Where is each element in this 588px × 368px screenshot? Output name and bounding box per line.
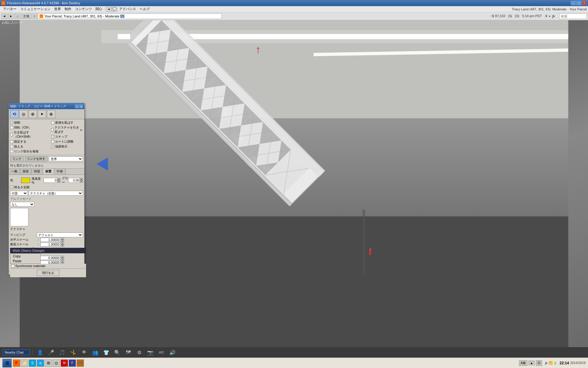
checkbox-sync[interactable] bbox=[11, 265, 14, 268]
checkbox-stretch[interactable] bbox=[10, 133, 13, 136]
copy-menu-item[interactable]: Copy bbox=[10, 254, 40, 259]
menu-advance[interactable]: アドバンス bbox=[117, 6, 138, 12]
glow-up[interactable]: ▲ bbox=[80, 178, 83, 180]
tool-move[interactable]: ⟲ bbox=[10, 110, 19, 118]
h-scale-up[interactable]: ▲ bbox=[61, 238, 64, 240]
taskbar-firestorm[interactable]: F bbox=[13, 359, 20, 367]
nav-address-bar[interactable]: 📍 Your Parcel, Tracy Land (487, 301, 63)… bbox=[38, 13, 222, 19]
nearby-chat-button[interactable]: Nearby Chat bbox=[2, 350, 30, 355]
tab-contents[interactable]: 中身 bbox=[54, 169, 66, 174]
toolbar-group-icon[interactable]: 👥 bbox=[90, 348, 100, 357]
tab-general[interactable]: 一般 bbox=[9, 169, 20, 174]
nav-home[interactable]: ⌂ bbox=[15, 13, 21, 19]
texture-name-select[interactable]: テクスチャ（拡散） bbox=[28, 191, 83, 196]
close-button[interactable]: ✕ bbox=[582, 1, 587, 5]
search-input[interactable] bbox=[561, 14, 585, 18]
nav-right-section: ↑$ 97,310 |S| |O| 5:14 pm PST ⏸ ▶ 🔊 bbox=[491, 13, 587, 19]
texture-type-select[interactable]: 付質 bbox=[10, 191, 28, 196]
toolbar-music-icon[interactable]: 🎵 bbox=[57, 348, 67, 357]
checkbox-root[interactable] bbox=[51, 140, 54, 143]
checkbox-rotate[interactable] bbox=[10, 126, 13, 129]
menu-icon-online[interactable]: ● bbox=[106, 7, 112, 12]
v-scale-up[interactable]: ▲ bbox=[61, 242, 64, 244]
menu-comms[interactable]: コミュニケーション bbox=[18, 6, 52, 12]
mode-select[interactable]: 世界 bbox=[49, 156, 83, 161]
mapping-select[interactable]: デフォルト bbox=[37, 232, 83, 237]
toolbar-sound-icon[interactable]: 🔊 bbox=[168, 348, 177, 357]
taskbar-folder[interactable]: 📁 bbox=[21, 359, 28, 367]
glow-down[interactable]: ▼ bbox=[80, 180, 83, 183]
menu-interest[interactable]: 関心 bbox=[94, 6, 104, 12]
toolbar-gesture-icon[interactable]: 🤸 bbox=[68, 348, 78, 357]
glow-input[interactable] bbox=[68, 178, 80, 183]
minimize-button[interactable]: ─ bbox=[571, 1, 576, 5]
selection-header: 何も選択されていません bbox=[9, 163, 84, 169]
toolbar-people-icon[interactable]: 👤 bbox=[35, 348, 45, 357]
tool-focus[interactable]: ✦ bbox=[38, 110, 46, 118]
v-scale-down[interactable]: ▼ bbox=[61, 244, 64, 247]
menu-avatar[interactable]: アバター bbox=[1, 6, 18, 12]
h-scale-input[interactable] bbox=[40, 238, 60, 242]
toolbar-search-icon[interactable]: 🔍 bbox=[112, 348, 122, 357]
tool-rotate[interactable]: ◎ bbox=[19, 110, 28, 118]
transparency-input[interactable] bbox=[43, 178, 57, 183]
unlink-button[interactable]: リンクを外す bbox=[25, 156, 47, 162]
execute-button[interactable]: 現行を止 bbox=[37, 270, 59, 276]
checkbox-highlight[interactable] bbox=[51, 145, 54, 148]
checkbox-snap[interactable] bbox=[51, 135, 54, 138]
transparency-up[interactable]: ▲ bbox=[57, 178, 60, 180]
panel-close-btn[interactable]: ✕ bbox=[79, 105, 83, 108]
taskbar-app1[interactable]: F bbox=[69, 359, 76, 367]
h-scale-down[interactable]: ▼ bbox=[61, 240, 64, 242]
tool-scale[interactable]: ⊕ bbox=[28, 110, 37, 118]
nav-land[interactable]: 土地 bbox=[21, 13, 31, 19]
taskbar-chrome[interactable]: ⊙ bbox=[53, 359, 60, 367]
coord-display: ↑$ 97,310 |S| |O| 5:14 pm PST ⏸ ▶ 🔊 bbox=[491, 14, 556, 18]
toolbar-appearance-icon[interactable]: 👁 bbox=[79, 348, 89, 357]
tab-material[interactable]: 材質 bbox=[43, 169, 54, 174]
menu-icon-chat[interactable]: 💬 bbox=[112, 7, 117, 12]
checkbox-fullbright[interactable] bbox=[10, 186, 13, 189]
texture-preview[interactable] bbox=[10, 208, 28, 226]
taskbar-skype[interactable]: S bbox=[29, 359, 36, 367]
alpha-section: アルファモード なし bbox=[10, 197, 83, 207]
taskbar-ie[interactable]: e bbox=[37, 359, 44, 367]
panel-help-btn[interactable]: ? bbox=[75, 105, 79, 108]
checkbox-move[interactable] bbox=[10, 121, 13, 124]
toolbar-snapshot-icon[interactable]: 📷 bbox=[145, 348, 155, 357]
transparency-down[interactable]: ▼ bbox=[57, 180, 60, 183]
nav-bookmark[interactable]: ☆ bbox=[31, 13, 37, 19]
menu-world[interactable]: 世界 bbox=[52, 6, 63, 12]
toolbar-voice-icon[interactable]: 🎤 bbox=[46, 348, 56, 357]
viewport[interactable]: ↑ bbox=[0, 20, 588, 347]
nav-back[interactable]: ◄ bbox=[1, 13, 7, 19]
tool-select[interactable]: ⊗ bbox=[47, 110, 55, 118]
nav-forward[interactable]: ► bbox=[8, 13, 14, 19]
alpha-mode-select[interactable]: なし bbox=[10, 202, 35, 207]
color-swatch[interactable] bbox=[21, 178, 30, 183]
checkbox-link[interactable] bbox=[10, 150, 13, 153]
menu-content[interactable]: コンテンツ bbox=[73, 6, 94, 12]
taskbar-start-menu[interactable]: ⊞ bbox=[45, 359, 52, 367]
checkbox-fixed[interactable] bbox=[10, 140, 13, 143]
search-box[interactable] bbox=[559, 13, 587, 19]
taskbar-mcafee[interactable]: M bbox=[61, 359, 68, 367]
checkbox-face[interactable] bbox=[51, 121, 54, 124]
toolbar-map-icon[interactable]: 🗺 bbox=[123, 348, 133, 357]
menu-create[interactable]: 制作 bbox=[63, 6, 73, 12]
toolbar-inventory-icon[interactable]: 👕 bbox=[101, 348, 111, 357]
maximize-button[interactable]: □ bbox=[576, 1, 581, 5]
link-button[interactable]: リンク bbox=[10, 156, 24, 162]
menu-help[interactable]: ヘルプ bbox=[138, 6, 152, 12]
taskbar-app2[interactable]: 🎮 bbox=[77, 359, 84, 367]
tab-texture-prop[interactable]: 特質 bbox=[32, 169, 43, 174]
tab-shape[interactable]: 形状 bbox=[20, 169, 32, 174]
options-section: 移動 回転（Ctrl） 引き延ばす（Ctrl+Shift） 固定する 捻える bbox=[9, 119, 84, 155]
paste-menu-item[interactable]: Paste bbox=[10, 259, 40, 263]
toolbar-ao-btn[interactable]: AO bbox=[156, 348, 166, 357]
v-scale-input[interactable] bbox=[40, 242, 60, 247]
checkbox-tex-stretch[interactable] bbox=[51, 128, 54, 131]
toolbar-settings-icon[interactable]: ⚙ bbox=[134, 348, 144, 357]
start-button[interactable]: ⊞ bbox=[2, 359, 12, 367]
checkbox-twist[interactable] bbox=[10, 145, 13, 148]
